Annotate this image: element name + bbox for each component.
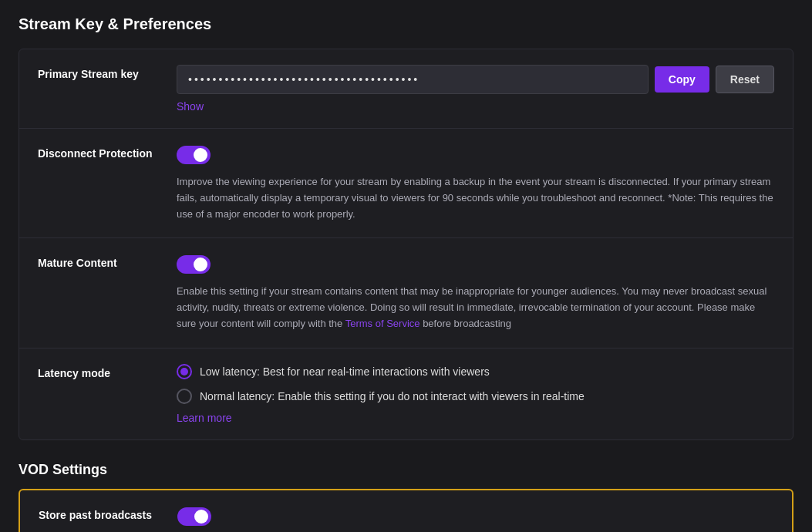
mature-content-content: Enable this setting if your stream conta… (177, 254, 774, 332)
latency-label-low: Low latency: Best for near real-time int… (200, 365, 490, 378)
stream-key-input-row: Copy Reset (177, 65, 774, 94)
stream-key-label: Primary Stream key (38, 65, 177, 80)
copy-button[interactable]: Copy (655, 66, 709, 93)
latency-mode-row: Latency mode Low latency: Best for near … (19, 348, 793, 439)
vod-settings-title: VOD Settings (19, 462, 793, 478)
mature-content-label: Mature Content (38, 254, 177, 269)
store-toggle-thumb (194, 510, 208, 524)
disconnect-toggle-thumb (194, 148, 207, 162)
disconnect-protection-label: Disconnect Protection (38, 144, 177, 160)
stream-key-content: Copy Reset Show (177, 65, 774, 113)
reset-button[interactable]: Reset (716, 66, 774, 93)
store-broadcasts-toggle[interactable] (177, 507, 211, 526)
disconnect-protection-row: Disconnect Protection Improve the viewin… (19, 129, 793, 238)
page-title: Stream Key & Preferences (19, 15, 793, 33)
store-broadcasts-content: Automatically save broadcasts for up to … (177, 506, 773, 532)
vod-settings-container: Store past broadcasts Automatically save… (19, 489, 793, 532)
latency-radio-group: Low latency: Best for near real-time int… (177, 364, 774, 404)
latency-radio-dot-low (180, 368, 188, 375)
settings-container: Primary Stream key Copy Reset Show Disco… (19, 49, 793, 440)
mature-content-row: Mature Content Enable this setting if yo… (19, 238, 793, 348)
learn-more-link[interactable]: Learn more (177, 412, 232, 424)
store-broadcasts-label: Store past broadcasts (39, 506, 177, 521)
latency-label-normal: Normal latency: Enable this setting if y… (200, 390, 585, 402)
mature-description-part2: before broadcasting (420, 318, 512, 329)
latency-option-normal[interactable]: Normal latency: Enable this setting if y… (177, 389, 774, 404)
latency-radio-low[interactable] (177, 364, 192, 379)
latency-radio-normal[interactable] (177, 389, 192, 404)
mature-content-toggle[interactable] (177, 255, 211, 274)
terms-of-service-link[interactable]: Terms of Service (345, 318, 420, 329)
latency-mode-content: Low latency: Best for near real-time int… (177, 364, 774, 424)
stream-key-input[interactable] (177, 65, 649, 94)
latency-option-low[interactable]: Low latency: Best for near real-time int… (177, 364, 774, 379)
disconnect-protection-description: Improve the viewing experience for your … (177, 174, 774, 222)
show-link[interactable]: Show (177, 100, 204, 113)
stream-key-row: Primary Stream key Copy Reset Show (19, 49, 793, 129)
store-broadcasts-row: Store past broadcasts Automatically save… (20, 490, 792, 532)
latency-mode-label: Latency mode (38, 364, 177, 379)
mature-content-description: Enable this setting if your stream conta… (177, 284, 774, 332)
disconnect-protection-toggle[interactable] (177, 146, 211, 164)
disconnect-protection-content: Improve the viewing experience for your … (177, 144, 774, 222)
